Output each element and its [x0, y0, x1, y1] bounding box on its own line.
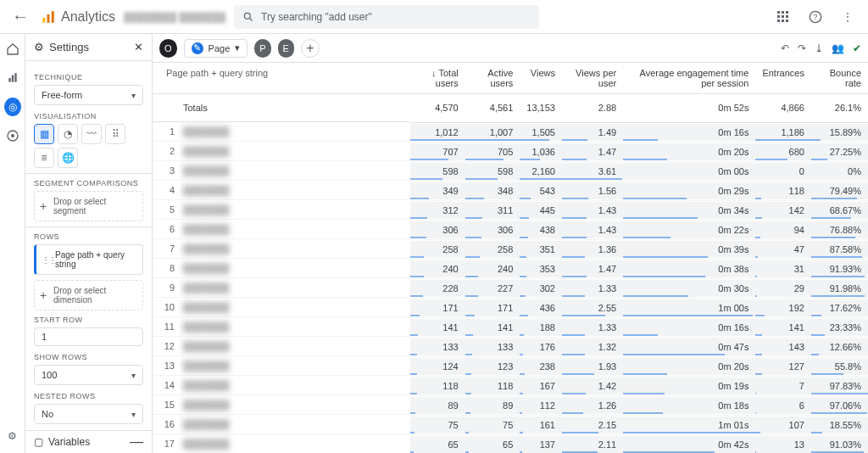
show-rows-dropdown[interactable]: 100▾ — [34, 365, 143, 385]
table-row[interactable]: 9███████2282273021.330m 30s2991.98% — [153, 278, 868, 298]
metric-value: 707 — [410, 142, 465, 161]
add-tab-button[interactable]: + — [301, 39, 320, 58]
svg-rect-6 — [782, 11, 784, 14]
admin-gear-icon[interactable]: ⚙ — [4, 428, 21, 445]
vis-scatter-icon[interactable]: ⠿ — [105, 124, 125, 144]
share-icon[interactable]: 👥 — [832, 42, 844, 54]
more-icon[interactable]: ⋮ — [836, 11, 860, 23]
metric-value: 0m 19s — [623, 376, 755, 395]
visualisation-label: VISUALISATION — [34, 112, 143, 120]
metric-value: 2.15 — [562, 415, 623, 434]
column-header[interactable]: Total users — [410, 63, 465, 94]
tab-e[interactable]: E — [278, 39, 294, 58]
explore-icon[interactable]: ◎ — [4, 98, 21, 115]
close-icon[interactable]: ✕ — [134, 41, 143, 53]
technique-dropdown[interactable]: Free-form▾ — [34, 85, 143, 105]
metric-value: 312 — [410, 200, 465, 220]
metric-value: 91.98% — [811, 278, 868, 298]
table-row[interactable]: 4███████3493485431.560m 29s11879.49% — [153, 181, 868, 200]
column-header[interactable]: Bounce rate — [811, 63, 868, 94]
table-row[interactable]: 11███████1411411881.330m 16s14123.33% — [153, 317, 868, 337]
tab-page[interactable]: ✎ Page ▾ — [184, 39, 248, 58]
table-row[interactable]: 17███████65651372.110m 42s1391.03% — [153, 434, 868, 453]
metric-value: 188 — [520, 317, 562, 337]
table-row[interactable]: 12███████1331331761.320m 47s14312.66% — [153, 337, 868, 356]
variables-tab[interactable]: ▢ Variables — — [25, 430, 152, 453]
column-header-dimension[interactable]: Page path + query string — [153, 63, 410, 94]
table-row[interactable]: 5███████3123114451.430m 34s14268.67% — [153, 200, 868, 220]
metric-value: 91.93% — [811, 259, 868, 278]
search-input[interactable]: Try searching "add user" — [234, 5, 539, 29]
ads-icon[interactable] — [4, 127, 21, 144]
technique-label: TECHNIQUE — [34, 73, 143, 81]
vis-table-icon[interactable]: ▦ — [34, 124, 54, 144]
metric-value: 0m 20s — [623, 142, 755, 161]
back-icon[interactable]: ← — [8, 7, 32, 26]
metric-value: 89 — [410, 395, 465, 415]
totals-value: 13,153 — [520, 94, 562, 123]
table-row[interactable]: 8███████2402403531.470m 38s3191.93% — [153, 259, 868, 278]
metric-value: 167 — [520, 376, 562, 395]
column-header[interactable]: Active users — [465, 63, 520, 94]
metric-value: 0m 16s — [623, 122, 755, 142]
metric-value: 0m 34s — [623, 200, 755, 220]
metric-value: 0m 20s — [623, 356, 755, 376]
vis-line-icon[interactable]: 〰 — [81, 124, 102, 144]
undo-icon[interactable]: ↶ — [781, 42, 789, 54]
tab-p[interactable]: P — [254, 39, 270, 58]
svg-rect-18 — [14, 73, 16, 82]
table-row[interactable]: 7███████2582583511.360m 39s4787.58% — [153, 239, 868, 259]
table-row[interactable]: 3███████5985982,1603.610m 00s00% — [153, 161, 868, 181]
home-icon[interactable] — [4, 41, 21, 58]
column-header[interactable]: Entrances — [755, 63, 811, 94]
vis-bar-icon[interactable]: ≡ — [34, 148, 54, 168]
segment-drop[interactable]: +Drop or select segment — [34, 191, 143, 221]
table-row[interactable]: 2███████7077051,0361.470m 20s68027.25% — [153, 142, 868, 161]
metric-value: 171 — [465, 298, 520, 317]
table-row[interactable]: 1███████1,0121,0071,5051.490m 16s1,18615… — [153, 122, 868, 142]
redo-icon[interactable]: ↷ — [798, 42, 806, 54]
table-row[interactable]: 6███████3063064381.430m 22s9476.88% — [153, 220, 868, 239]
metric-value: 306 — [465, 220, 520, 239]
dimension-drop[interactable]: +Drop or select dimension — [34, 280, 143, 310]
reports-icon[interactable] — [4, 70, 21, 87]
metric-value: 127 — [755, 356, 811, 376]
table-row[interactable]: 15███████89891121.260m 18s697.06% — [153, 395, 868, 415]
start-row-input[interactable]: 1 — [34, 327, 143, 346]
help-icon[interactable]: ? — [804, 10, 827, 24]
svg-rect-5 — [777, 11, 780, 14]
apps-icon[interactable] — [771, 10, 795, 24]
check-icon[interactable]: ✔ — [853, 42, 861, 54]
svg-rect-17 — [11, 76, 13, 82]
metric-value: 137 — [520, 434, 562, 453]
column-header[interactable]: Views per user — [562, 63, 623, 94]
svg-rect-16 — [8, 78, 10, 82]
metric-value: 143 — [755, 337, 811, 356]
metric-value: 351 — [520, 239, 562, 259]
pencil-icon: ✎ — [192, 42, 203, 54]
nested-rows-dropdown[interactable]: No▾ — [34, 404, 143, 424]
vis-donut-icon[interactable]: ◔ — [58, 124, 78, 144]
table-row[interactable]: 10███████1711714362.551m 00s19217.62% — [153, 298, 868, 317]
metric-value: 75 — [410, 415, 465, 434]
table-row[interactable]: 16███████75751612.151m 01s10718.55% — [153, 415, 868, 434]
metric-value: 97.83% — [811, 376, 868, 395]
download-icon[interactable]: ⤓ — [815, 42, 823, 54]
column-header[interactable]: Views — [520, 63, 562, 94]
vis-geo-icon[interactable]: 🌐 — [58, 148, 78, 168]
rows-chip[interactable]: ⋮⋮Page path + query string — [34, 244, 143, 275]
minimize-icon[interactable]: — — [130, 439, 143, 445]
metric-value: 142 — [755, 200, 811, 220]
metric-value: 118 — [410, 376, 465, 395]
property-selector[interactable]: ████████ ███████ — [124, 12, 225, 22]
tab-o[interactable]: O — [159, 39, 177, 58]
metric-value: 0m 16s — [623, 317, 755, 337]
metric-value: 3.61 — [562, 161, 623, 181]
metric-value: 543 — [520, 181, 562, 200]
metric-value: 65 — [465, 434, 520, 453]
table-row[interactable]: 14███████1181181671.420m 19s797.83% — [153, 376, 868, 395]
metric-value: 1.47 — [562, 142, 623, 161]
metric-value: 123 — [465, 356, 520, 376]
table-row[interactable]: 13███████1241232381.930m 20s12755.8% — [153, 356, 868, 376]
column-header[interactable]: Average engagement time per session — [623, 63, 755, 94]
